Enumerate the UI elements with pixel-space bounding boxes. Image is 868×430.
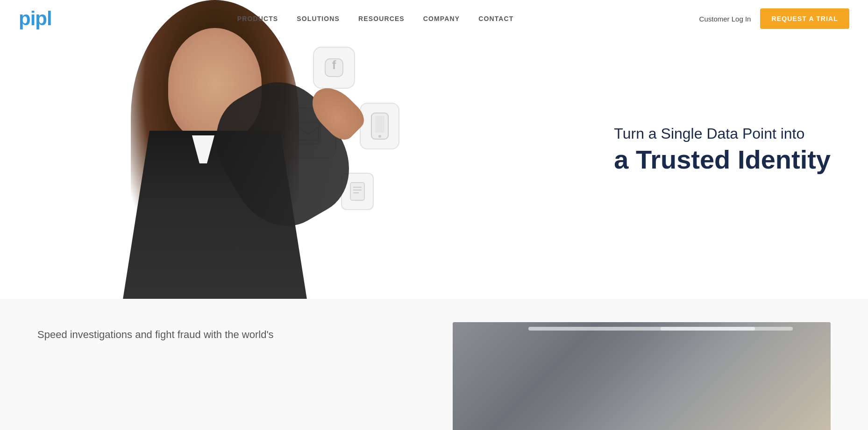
mobile-icon [360,103,399,149]
nav-item-resources[interactable]: RESOURCES [351,11,412,26]
bottom-text-block: Speed investigations and fight fraud wit… [37,322,415,342]
site-header: pipl PRODUCTS SOLUTIONS RESOURCES COMPAN… [0,0,868,37]
hero-person-illustration [93,0,364,299]
nav-item-contact[interactable]: CONTACT [471,11,521,26]
nav-item-company[interactable]: COMPANY [416,11,467,26]
hero-section: f in [0,0,868,299]
hero-text-block: Turn a Single Data Point into a Trusted … [614,125,831,174]
nav-item-products[interactable]: PRODUCTS [230,11,286,26]
hero-subtitle: Turn a Single Data Point into [614,125,831,142]
hero-title: a Trusted Identity [614,145,831,174]
nav-item-solutions[interactable]: SOLUTIONS [289,11,347,26]
main-nav: PRODUCTS SOLUTIONS RESOURCES COMPANY CON… [230,11,521,26]
bottom-section: Speed investigations and fight fraud wit… [0,299,868,430]
svg-rect-6 [371,113,388,139]
bottom-description: Speed investigations and fight fraud wit… [37,327,415,342]
logo[interactable]: pipl [19,7,52,30]
svg-point-8 [378,135,381,138]
svg-rect-7 [375,116,384,133]
bottom-image-block [453,322,831,430]
header-right: Customer Log In REQUEST A TRIAL [699,8,849,29]
customer-log-link[interactable]: Customer Log In [699,15,751,23]
request-trial-button[interactable]: REQUEST A TRIAL [760,8,849,29]
